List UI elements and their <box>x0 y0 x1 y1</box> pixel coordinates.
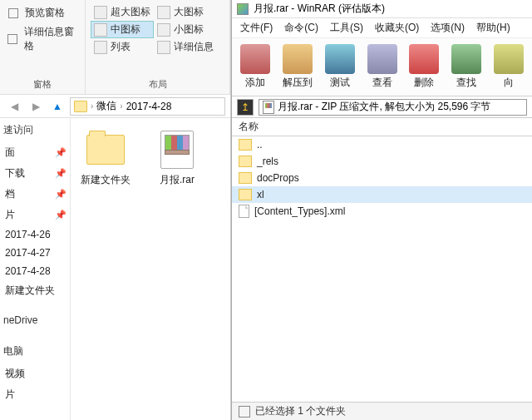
winrar-column-header[interactable]: 名称 <box>232 118 532 136</box>
breadcrumb-seg[interactable]: 2017-4-28 <box>126 101 172 112</box>
toolbar-label: 添加 <box>245 76 265 90</box>
toolbar-icon <box>367 44 397 74</box>
menu-favorites[interactable]: 收藏夹(O) <box>375 21 419 35</box>
file-name: _rels <box>257 156 278 167</box>
list-item[interactable]: [Content_Types].xml <box>232 203 532 220</box>
nav-item-desktop[interactable]: 面📌 <box>0 142 70 163</box>
nav-item-documents[interactable]: 档📌 <box>0 184 70 205</box>
ribbon-group-panes-label: 窗格 <box>5 77 80 94</box>
toolbar-label: 测试 <box>330 76 350 90</box>
list-item[interactable]: .. <box>232 136 532 153</box>
file-name: docProps <box>257 172 299 184</box>
winrar-menubar: 文件(F) 命令(C) 工具(S) 收藏夹(O) 选项(N) 帮助(H) <box>232 18 532 38</box>
menu-file[interactable]: 文件(F) <box>240 21 273 35</box>
toolbar-向-button[interactable]: 向 <box>488 41 529 94</box>
winrar-title-text: 月报.rar - WinRAR (评估版本) <box>254 2 385 16</box>
tile-label: 新建文件夹 <box>76 173 135 187</box>
breadcrumb-seg[interactable]: 微信 <box>96 99 116 113</box>
archive-path-text: 月报.rar - ZIP 压缩文件, 解包大小为 25,596 字节 <box>278 100 491 114</box>
layout-large[interactable]: 大图标 <box>154 3 217 21</box>
winrar-toolbar: 添加解压到测试查看删除查找向 <box>232 38 532 96</box>
details-pane-toggle[interactable]: 详细信息窗格 <box>5 22 80 56</box>
toolbar-测试-button[interactable]: 测试 <box>319 41 360 94</box>
toolbar-icon <box>240 44 270 74</box>
nav-pane[interactable]: 速访问 面📌 下载📌 档📌 片📌 2017-4-26 2017-4-27 201… <box>0 118 71 420</box>
chevron-right-icon: › <box>91 101 93 111</box>
pin-icon: 📌 <box>55 189 66 200</box>
nav-fwd-button[interactable]: ▶ <box>27 97 45 116</box>
folder-tile[interactable]: 新建文件夹 <box>76 130 135 187</box>
folder-icon <box>239 189 252 200</box>
file-name: [Content_Types].xml <box>254 205 345 217</box>
archive-path-field[interactable]: 月报.rar - ZIP 压缩文件, 解包大小为 25,596 字节 <box>259 99 527 116</box>
nav-item-date3[interactable]: 2017-4-28 <box>0 262 70 280</box>
tile-label: 月报.rar <box>147 173 207 187</box>
preview-pane-toggle[interactable]: 预览窗格 <box>5 3 80 22</box>
toolbar-label: 查看 <box>372 76 392 90</box>
pin-icon: 📌 <box>55 147 66 158</box>
nav-up-button[interactable]: ▲ <box>48 97 66 116</box>
chevron-right-icon: › <box>120 101 122 111</box>
layout-small[interactable]: 小图标 <box>154 21 217 38</box>
menu-help[interactable]: 帮助(H) <box>476 21 510 35</box>
rar-icon <box>157 130 197 170</box>
nav-item-downloads[interactable]: 下载📌 <box>0 163 70 184</box>
winrar-pathbar: ↥ 月报.rar - ZIP 压缩文件, 解包大小为 25,596 字节 <box>232 96 532 118</box>
list-item[interactable]: docProps <box>232 170 532 186</box>
rar-file-tile[interactable]: 月报.rar <box>147 130 207 187</box>
toolbar-查看-button[interactable]: 查看 <box>362 41 402 94</box>
winrar-statusbar: 已经选择 1 个文件夹 <box>232 402 532 420</box>
pin-icon: 📌 <box>55 210 66 220</box>
toolbar-查找-button[interactable]: 查找 <box>446 41 487 94</box>
layout-options: 超大图标 中图标 列表 大图标 小图标 详细信息 <box>91 3 224 77</box>
ribbon-group-panes: 预览窗格 详细信息窗格 窗格 <box>0 0 86 94</box>
winrar-app-icon <box>237 3 249 15</box>
column-name: 名称 <box>239 120 259 134</box>
folder-icon <box>86 130 126 170</box>
nav-quick-access[interactable]: 速访问 <box>0 118 70 142</box>
up-one-level-button[interactable]: ↥ <box>237 99 254 116</box>
nav-item-pic[interactable]: 片 <box>0 384 70 405</box>
menu-options[interactable]: 选项(N) <box>431 21 465 35</box>
toolbar-label: 向 <box>504 76 514 90</box>
winrar-titlebar[interactable]: 月报.rar - WinRAR (评估版本) <box>232 0 532 18</box>
content-pane[interactable]: 新建文件夹 月报.rar <box>71 118 230 420</box>
layout-list[interactable]: 列表 <box>91 38 154 56</box>
file-name: .. <box>257 139 263 151</box>
ribbon-group-layout-label: 布局 <box>91 77 224 94</box>
nav-item-newfolder[interactable]: 新建文件夹 <box>0 280 70 301</box>
toolbar-icon <box>494 44 524 74</box>
folder-icon <box>74 101 87 112</box>
toolbar-label: 解压到 <box>283 76 313 90</box>
breadcrumb-bar: ◀ ▶ ▲ › 微信 › 2017-4-28 <box>0 95 230 118</box>
nav-item-date1[interactable]: 2017-4-26 <box>0 225 70 244</box>
explorer-window: 预览窗格 详细信息窗格 窗格 超大图标 中图标 列表 大图标 小图标 <box>0 0 231 420</box>
layout-extra-large[interactable]: 超大图标 <box>91 3 154 21</box>
nav-onedrive[interactable]: neDrive <box>0 309 70 331</box>
toolbar-添加-button[interactable]: 添加 <box>235 41 276 94</box>
list-item[interactable]: _rels <box>232 153 532 170</box>
menu-commands[interactable]: 命令(C) <box>284 21 318 35</box>
layout-details[interactable]: 详细信息 <box>154 38 217 56</box>
toolbar-icon <box>283 44 313 74</box>
list-item[interactable]: xl <box>232 186 532 203</box>
nav-item-video[interactable]: 视频 <box>0 363 70 384</box>
layout-medium[interactable]: 中图标 <box>91 21 154 38</box>
nav-back-button[interactable]: ◀ <box>5 97 23 116</box>
winrar-window: 月报.rar - WinRAR (评估版本) 文件(F) 命令(C) 工具(S)… <box>231 0 532 420</box>
address-field[interactable]: › 微信 › 2017-4-28 <box>70 97 225 116</box>
toolbar-icon <box>409 44 439 74</box>
menu-tools[interactable]: 工具(S) <box>330 21 363 35</box>
toolbar-label: 查找 <box>456 76 476 90</box>
file-name: xl <box>257 189 264 200</box>
toolbar-解压到-button[interactable]: 解压到 <box>278 41 318 94</box>
toolbar-label: 删除 <box>414 76 434 90</box>
preview-pane-label: 预览窗格 <box>25 6 65 20</box>
nav-this-pc[interactable]: 电脑 <box>0 339 70 363</box>
winrar-file-list[interactable]: .._relsdocPropsxl[Content_Types].xml <box>232 136 532 402</box>
nav-item-pictures[interactable]: 片📌 <box>0 205 70 225</box>
folder-icon <box>239 139 252 151</box>
toolbar-删除-button[interactable]: 删除 <box>404 41 445 94</box>
details-pane-icon <box>7 32 19 46</box>
nav-item-date2[interactable]: 2017-4-27 <box>0 244 70 262</box>
